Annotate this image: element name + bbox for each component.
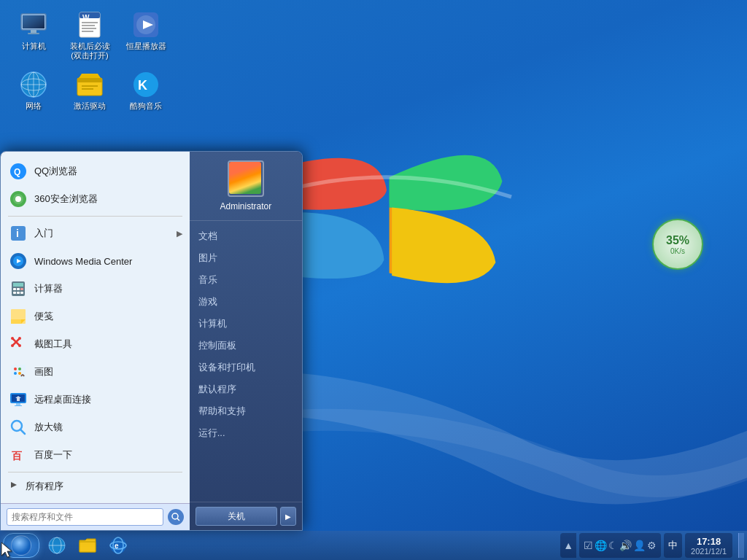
svg-rect-52 (11, 365, 26, 379)
desktop-icon-row-1: 计算机 W 装机后必读(双击打开) (7, 7, 172, 63)
svg-rect-9 (82, 25, 95, 26)
svg-rect-60 (15, 405, 22, 406)
taskbar-icon-folder[interactable] (73, 533, 102, 558)
tray-network[interactable]: 🌐 (595, 540, 607, 551)
menu-item-paint[interactable]: 画图 (1, 358, 190, 386)
menu-item-wmc[interactable]: Windows Media Center (1, 247, 190, 275)
svg-point-48 (11, 337, 14, 340)
computer-icon (19, 10, 48, 39)
svg-text:百: 百 (12, 450, 23, 462)
svg-point-56 (18, 372, 21, 375)
tray-settings[interactable]: ⚙ (647, 540, 657, 551)
user-area: Administrator (190, 152, 302, 221)
menu-right-devices[interactable]: 设备和打印机 (190, 357, 302, 378)
speed-widget: 35% 0K/s (652, 219, 703, 270)
menu-item-calculator[interactable]: 计算器 (1, 275, 190, 303)
menu-item-360-browser[interactable]: 360安全浏览器 (1, 185, 190, 213)
tray-moon[interactable]: ☾ (608, 540, 618, 551)
menu-item-sticky-notes[interactable]: 便笺 (1, 303, 190, 330)
show-desktop-button[interactable] (738, 533, 744, 558)
system-tray: ☑ 🌐 ☾ 🔊 👤 ⚙ (579, 533, 661, 558)
svg-rect-40 (17, 288, 20, 290)
wmc-icon (8, 251, 28, 271)
taskbar-icon-ie[interactable]: e (104, 533, 133, 558)
rdp-icon (8, 389, 28, 410)
desktop-icon-row-2: 网络 激活驱动 (7, 67, 172, 114)
svg-rect-59 (16, 403, 20, 405)
desktop-icon-network[interactable]: 网络 (7, 67, 60, 114)
tray-checkbox[interactable]: ☑ (584, 540, 593, 551)
desktop-icons-container: 计算机 W 装机后必读(双击打开) (7, 7, 172, 118)
user-name: Administrator (220, 201, 272, 211)
menu-item-intro[interactable]: i 入门 ▶ (1, 219, 190, 247)
menu-divider-1 (8, 216, 182, 217)
menu-right-defaults[interactable]: 默认程序 (190, 378, 302, 400)
intro-icon: i (8, 223, 28, 244)
menu-item-baidu[interactable]: 百 百度一下 (1, 441, 190, 469)
menu-item-magnifier[interactable]: 放大镜 (1, 413, 190, 441)
menu-right-pictures[interactable]: 图片 (190, 247, 302, 269)
taskbar: e ▲ ☑ 🌐 ☾ 🔊 👤 ⚙ 中 (0, 531, 747, 560)
svg-text:Q: Q (14, 167, 20, 177)
tray-arrow[interactable]: ▲ (563, 540, 573, 551)
svg-text:K: K (138, 78, 147, 93)
menu-right-music[interactable]: 音乐 (190, 269, 302, 291)
menu-item-qq-browser[interactable]: Q QQ浏览器 (1, 158, 190, 185)
paint-icon (8, 362, 28, 382)
paint-label: 画图 (34, 365, 53, 378)
svg-text:W: W (82, 14, 90, 22)
menu-right-run[interactable]: 运行... (190, 422, 302, 444)
activate-icon (75, 70, 104, 99)
search-button[interactable] (168, 509, 184, 525)
svg-rect-21 (77, 78, 102, 82)
computer-label: 计算机 (22, 42, 46, 51)
desktop-icon-kudog[interactable]: K 酷狗音乐 (120, 67, 172, 114)
clock-time: 17:18 (697, 536, 721, 547)
wmc-label: Windows Media Center (34, 256, 132, 267)
svg-rect-2 (23, 15, 44, 28)
svg-text:i: i (16, 228, 19, 239)
menu-item-rdp[interactable]: 远程桌面连接 (1, 386, 190, 413)
desktop-icon-activate[interactable]: 激活驱动 (63, 67, 116, 114)
kudog-label: 酷狗音乐 (130, 101, 162, 111)
svg-marker-75 (1, 542, 12, 557)
shutdown-arrow-button[interactable]: ▶ (280, 507, 296, 526)
svg-point-55 (14, 372, 17, 375)
start-menu-right: Administrator 文档 图片 音乐 游戏 计算机 控制面板 设备和打印… (190, 152, 302, 530)
all-programs-icon (8, 479, 20, 494)
desktop-icon-install-guide[interactable]: W 装机后必读(双击打开) (63, 7, 116, 63)
calculator-icon (8, 279, 28, 299)
svg-line-62 (20, 429, 25, 434)
menu-right-help[interactable]: 帮助和支持 (190, 400, 302, 422)
calculator-label: 计算器 (34, 282, 63, 295)
network-icon (19, 70, 48, 99)
menu-right-documents[interactable]: 文档 (190, 225, 302, 247)
user-avatar[interactable] (228, 160, 264, 197)
start-menu-items: Q QQ浏览器 360安全浏览器 i 入门 (1, 152, 190, 503)
menu-right-computer[interactable]: 计算机 (190, 313, 302, 335)
language-button[interactable]: 中 (664, 533, 682, 558)
menu-right-control-panel[interactable]: 控制面板 (190, 335, 302, 357)
menu-right-games[interactable]: 游戏 (190, 291, 302, 313)
shutdown-button[interactable]: 关机 (196, 507, 277, 526)
search-input[interactable] (7, 508, 163, 526)
svg-point-51 (18, 337, 21, 340)
system-tray-left: ▲ (560, 533, 576, 558)
tray-sound[interactable]: 🔊 (619, 540, 632, 551)
menu-item-all-programs[interactable]: 所有程序 (1, 475, 190, 497)
menu-divider-2 (8, 472, 182, 472)
magnifier-label: 放大镜 (34, 421, 63, 434)
svg-point-31 (15, 196, 21, 202)
clock-area[interactable]: 17:18 2021/12/1 (685, 533, 732, 558)
taskbar-icon-network[interactable] (42, 533, 71, 558)
qq-browser-label: QQ浏览器 (34, 165, 77, 178)
desktop-icon-computer[interactable]: 计算机 (7, 7, 60, 63)
desktop-icon-media-player[interactable]: 恒星播放器 (120, 7, 172, 63)
baidu-icon: 百 (8, 445, 28, 465)
menu-item-snip[interactable]: 截图工具 (1, 330, 190, 358)
taskbar-right-area: ▲ ☑ 🌐 ☾ 🔊 👤 ⚙ 中 17:18 2021/12/1 (560, 533, 744, 558)
media-player-icon (131, 10, 160, 39)
tray-user[interactable]: 👤 (633, 540, 646, 551)
svg-rect-39 (13, 288, 16, 290)
svg-rect-23 (82, 85, 98, 87)
